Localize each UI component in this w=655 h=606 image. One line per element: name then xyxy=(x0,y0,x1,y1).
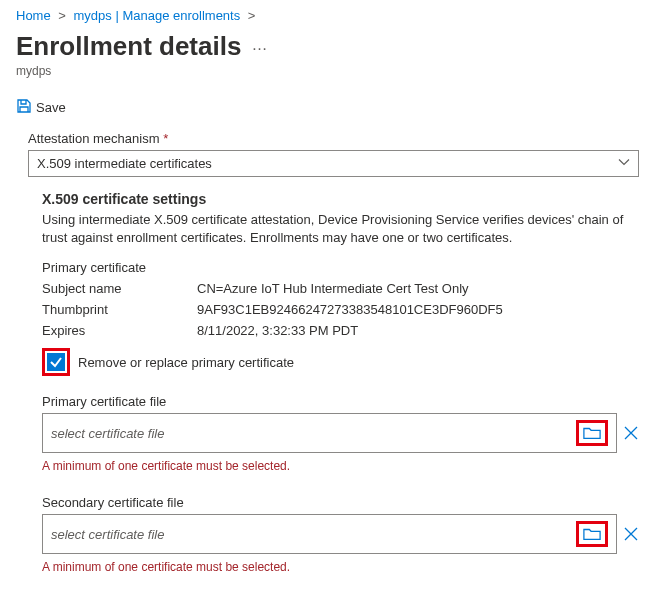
expires-row: Expires 8/11/2022, 3:32:33 PM PDT xyxy=(42,323,639,338)
x509-desc: Using intermediate X.509 certificate att… xyxy=(42,211,639,246)
clear-primary-icon[interactable] xyxy=(623,425,639,441)
breadcrumb-parent[interactable]: mydps | Manage enrollments xyxy=(74,8,241,23)
subject-name-key: Subject name xyxy=(42,281,197,296)
folder-icon[interactable] xyxy=(583,526,601,542)
chevron-right-icon: > xyxy=(58,8,66,23)
primary-file-label: Primary certificate file xyxy=(42,394,639,409)
chevron-down-icon xyxy=(618,156,630,171)
breadcrumb-home[interactable]: Home xyxy=(16,8,51,23)
primary-cert-label: Primary certificate xyxy=(42,260,639,275)
primary-file-error: A minimum of one certificate must be sel… xyxy=(42,459,639,473)
subject-name-value: CN=Azure IoT Hub Intermediate Cert Test … xyxy=(197,281,639,296)
toolbar: Save xyxy=(16,92,639,131)
primary-file-placeholder: select certificate file xyxy=(51,426,164,441)
thumbprint-key: Thumbprint xyxy=(42,302,197,317)
remove-replace-label: Remove or replace primary certificate xyxy=(78,355,294,370)
save-icon[interactable] xyxy=(16,98,32,117)
primary-file-input[interactable]: select certificate file xyxy=(42,413,617,453)
highlight-box xyxy=(42,348,70,376)
expires-value: 8/11/2022, 3:32:33 PM PDT xyxy=(197,323,639,338)
secondary-file-label: Secondary certificate file xyxy=(42,495,639,510)
highlight-box xyxy=(576,521,608,547)
attestation-label: Attestation mechanism * xyxy=(28,131,639,146)
remove-replace-checkbox[interactable] xyxy=(47,353,65,371)
page-title: Enrollment details xyxy=(16,31,241,62)
x509-heading: X.509 certificate settings xyxy=(42,191,639,207)
more-icon[interactable]: … xyxy=(251,36,268,58)
expires-key: Expires xyxy=(42,323,197,338)
secondary-file-error: A minimum of one certificate must be sel… xyxy=(42,560,639,574)
secondary-file-placeholder: select certificate file xyxy=(51,527,164,542)
attestation-value: X.509 intermediate certificates xyxy=(37,156,212,171)
page-subtitle: mydps xyxy=(16,64,639,78)
secondary-file-input[interactable]: select certificate file xyxy=(42,514,617,554)
breadcrumb: Home > mydps | Manage enrollments > xyxy=(16,8,639,23)
folder-icon[interactable] xyxy=(583,425,601,441)
highlight-box xyxy=(576,420,608,446)
chevron-right-icon: > xyxy=(248,8,256,23)
subject-name-row: Subject name CN=Azure IoT Hub Intermedia… xyxy=(42,281,639,296)
clear-secondary-icon[interactable] xyxy=(623,526,639,542)
thumbprint-row: Thumbprint 9AF93C1EB92466247273383548101… xyxy=(42,302,639,317)
thumbprint-value: 9AF93C1EB92466247273383548101CE3DF960DF5 xyxy=(197,302,639,317)
attestation-select[interactable]: X.509 intermediate certificates xyxy=(28,150,639,177)
save-button[interactable]: Save xyxy=(36,100,66,115)
